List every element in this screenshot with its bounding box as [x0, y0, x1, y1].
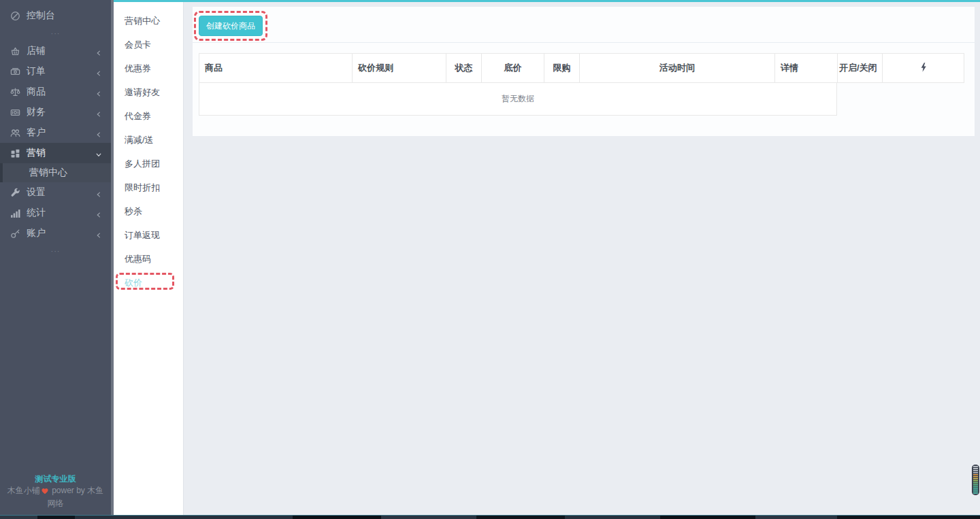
sidebar-item-label: 订单	[27, 65, 46, 78]
customers-icon	[10, 128, 20, 138]
sidebar-item-label: 统计	[27, 207, 46, 219]
heart-icon	[41, 486, 49, 498]
sidebar-item-orders[interactable]: 订单	[0, 61, 111, 82]
chevron-down-icon	[95, 150, 102, 156]
chevron-left-icon	[95, 129, 102, 136]
table-header-open-close: 开启/关闭	[838, 54, 883, 82]
table-header-row: 商品 砍价规则 状态 底价 限购 活动时间 详情 开启/关闭	[199, 53, 964, 83]
sidebar-item-customers[interactable]: 客户	[0, 122, 111, 143]
stats-icon	[10, 208, 20, 218]
account-icon	[10, 229, 20, 239]
sidebar-item-console[interactable]: 控制台	[0, 5, 111, 26]
submenu-item-limited-discount[interactable]: 限时折扣	[114, 175, 183, 199]
chevron-left-icon	[95, 48, 102, 54]
sidebar-subitem-marketing-center[interactable]: 营销中心	[0, 163, 111, 182]
sidebar-divider: ···	[0, 26, 111, 41]
sidebar-menu: 控制台 ··· 店铺 订单 商品	[0, 0, 111, 258]
submenu-item-label: 秒杀	[125, 205, 142, 218]
submenu-item-full-reduction[interactable]: 满减/送	[114, 128, 183, 152]
power-by-label: power by 木鱼网络	[48, 486, 104, 508]
submenu-item-vouchers[interactable]: 代金券	[114, 104, 183, 128]
taskbar-sliver	[0, 515, 980, 519]
submenu-item-promo-code[interactable]: 优惠码	[114, 247, 183, 271]
shop-icon	[10, 46, 20, 56]
sidebar-item-label: 客户	[27, 127, 46, 139]
table-header-details: 详情	[775, 54, 838, 82]
submenu-item-label: 代金券	[125, 110, 151, 122]
table-header-floor-price: 底价	[482, 54, 544, 82]
chevron-left-icon	[95, 230, 102, 237]
marketing-icon	[10, 148, 20, 158]
submenu-item-group-buy[interactable]: 多人拼团	[114, 152, 183, 175]
chevron-left-icon	[95, 109, 102, 116]
submenu-item-label: 会员卡	[125, 39, 151, 51]
table-header-purchase-limit: 限购	[544, 54, 580, 82]
settings-icon	[10, 188, 20, 198]
sidebar-item-marketing[interactable]: 营销	[0, 143, 111, 163]
sidebar-footer: 测试专业版 木鱼小铺 power by 木鱼网络	[0, 473, 111, 509]
sidebar-item-label: 账户	[27, 227, 46, 239]
submenu-item-flash-sale[interactable]: 秒杀	[114, 199, 183, 223]
submenu-item-label: 优惠码	[125, 253, 151, 265]
lightning-icon	[920, 63, 927, 74]
bargain-table: 商品 砍价规则 状态 底价 限购 活动时间 详情 开启/关闭 暂无数据	[193, 43, 975, 116]
sidebar-item-account[interactable]: 账户	[0, 223, 111, 244]
sidebar-item-shop[interactable]: 店铺	[0, 41, 111, 61]
sidebar-subitem-label: 营销中心	[29, 167, 67, 179]
submenu-item-marketing-center[interactable]: 营销中心	[114, 9, 183, 33]
chevron-left-icon	[95, 88, 102, 95]
sidebar-item-label: 财务	[27, 106, 46, 118]
table-header-status: 状态	[446, 54, 482, 82]
submenu-item-label: 订单返现	[125, 229, 160, 241]
submenu-item-bargain[interactable]: 砍价	[114, 271, 183, 295]
submenu-item-invite-friends[interactable]: 邀请好友	[114, 80, 183, 104]
dashboard-icon	[10, 11, 20, 21]
edition-label[interactable]: 测试专业版	[4, 473, 107, 485]
submenu-item-label: 限时折扣	[125, 182, 160, 194]
submenu-item-membership-card[interactable]: 会员卡	[114, 33, 183, 56]
scroll-indicator-thumb[interactable]	[972, 465, 979, 495]
orders-icon	[10, 67, 20, 77]
table-header-product: 商品	[199, 54, 353, 82]
sidebar-item-label: 设置	[27, 186, 46, 199]
chevron-left-icon	[95, 68, 102, 75]
bargain-panel: 创建砍价商品 商品 砍价规则 状态 底价 限购 活动时间 详情 开启/关闭	[193, 7, 975, 136]
table-empty-row: 暂无数据	[199, 83, 837, 116]
sidebar-item-label: 控制台	[27, 10, 55, 22]
table-header-activity-time: 活动时间	[580, 54, 775, 82]
submenu-item-label: 多人拼团	[125, 158, 160, 170]
chevron-left-icon	[95, 189, 102, 196]
submenu-item-order-cashback[interactable]: 订单返现	[114, 223, 183, 247]
sidebar-item-settings[interactable]: 设置	[0, 182, 111, 203]
submenu-item-coupons[interactable]: 优惠券	[114, 56, 183, 80]
table-header-bargain-rule: 砍价规则	[353, 54, 446, 82]
submenu-item-label: 优惠券	[125, 63, 151, 75]
sidebar-item-label: 营销	[27, 147, 46, 159]
table-header-actions	[883, 54, 964, 82]
submenu-item-label: 砍价	[125, 277, 142, 289]
sidebar-item-goods[interactable]: 商品	[0, 82, 111, 102]
create-bargain-product-button[interactable]: 创建砍价商品	[199, 16, 263, 36]
toolbar: 创建砍价商品	[193, 7, 975, 43]
main-content: 创建砍价商品 商品 砍价规则 状态 底价 限购 活动时间 详情 开启/关闭	[184, 2, 980, 515]
chevron-left-icon	[95, 210, 102, 216]
submenu-item-label: 营销中心	[125, 15, 160, 27]
sidebar-item-stats[interactable]: 统计	[0, 203, 111, 223]
submenu-item-label: 邀请好友	[125, 86, 160, 99]
app-root: 控制台 ··· 店铺 订单 商品	[0, 0, 980, 519]
submenu-item-label: 满减/送	[125, 134, 154, 146]
sidebar-item-label: 店铺	[27, 45, 46, 57]
goods-icon	[10, 87, 20, 97]
marketing-submenu: 营销中心 会员卡 优惠券 邀请好友 代金券 满减/送 多人拼团 限时折扣 秒杀 …	[114, 2, 184, 515]
finance-icon	[10, 107, 20, 118]
sidebar: 控制台 ··· 店铺 订单 商品	[0, 0, 111, 515]
sidebar-divider: ···	[0, 244, 111, 258]
sidebar-item-finance[interactable]: 财务	[0, 102, 111, 122]
brand-label: 木鱼小铺	[7, 486, 40, 495]
sidebar-item-label: 商品	[27, 86, 46, 98]
